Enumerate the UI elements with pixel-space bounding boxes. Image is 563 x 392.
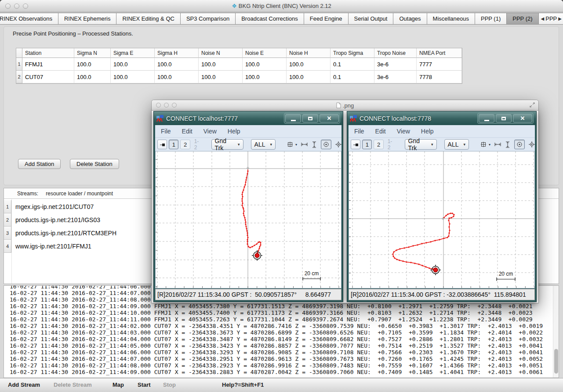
table-cell[interactable]: 100.0	[111, 71, 155, 83]
table-cell[interactable]: 0.1	[331, 71, 374, 83]
row-number[interactable]: 2	[16, 71, 22, 83]
delete-stream-button[interactable]: Delete Stream	[54, 381, 92, 388]
column-header-station[interactable]: Station	[22, 48, 74, 58]
connect-titlebar[interactable]: CONNECT localhost:7777 ✕	[154, 111, 343, 125]
log-scrollbar-thumb[interactable]	[554, 349, 558, 374]
connect-titlebar[interactable]: CONNECT localhost:7778 ✕	[347, 111, 536, 125]
stream-mountpoint[interactable]: products.igs-ip.net:2101/RTCM3EPH	[15, 227, 116, 240]
track-point-button[interactable]	[157, 140, 167, 149]
table-cell[interactable]: 100.0	[155, 58, 199, 71]
column-header-tropo-noise[interactable]: Tropo Noise	[374, 48, 417, 58]
center-tracking-button[interactable]	[321, 140, 331, 149]
maximize-button[interactable]	[496, 114, 512, 122]
map-button[interactable]: Map	[113, 381, 124, 388]
table-cell[interactable]: 7778	[417, 71, 462, 83]
fit-width-icon[interactable]	[301, 142, 308, 147]
tab-scroll-right-icon[interactable]: ▶	[558, 13, 562, 25]
tab-sp3-comparison[interactable]: SP3 Comparison	[181, 13, 236, 25]
ground-track-plot[interactable]: 20 cm	[349, 151, 535, 288]
track-type-dropdown[interactable]: Gnd Trk▾	[211, 139, 243, 150]
crosshair-icon[interactable]	[335, 141, 341, 147]
chevron-down-icon[interactable]: ▾	[295, 143, 297, 147]
table-cell[interactable]: 100.0	[287, 71, 331, 83]
tab-rinex-editing-qc[interactable]: RINEX Editing & QC	[116, 13, 181, 25]
png-minimize-button[interactable]	[164, 103, 169, 108]
stream-row-number[interactable]: 1	[4, 200, 11, 213]
plot-1-button[interactable]: 1	[362, 140, 372, 149]
fit-width-icon[interactable]	[494, 142, 501, 147]
png-viewer-window[interactable]: .png CONNECT localhost:7777 ✕	[152, 100, 538, 303]
table-cell[interactable]: 100.0	[243, 58, 287, 71]
png-close-button[interactable]	[156, 103, 161, 108]
connect-7778-window[interactable]: CONNECT localhost:7778 ✕ File Edit View …	[347, 111, 537, 302]
table-cell[interactable]: 100.0	[74, 71, 111, 83]
menu-file[interactable]: File	[354, 128, 364, 135]
column-header-sigma-h[interactable]: Sigma H	[155, 48, 199, 58]
zoom-window-button[interactable]	[23, 4, 28, 9]
tab-rinex-observations[interactable]: RINEX Observations	[0, 13, 58, 25]
row-number[interactable]: 1	[16, 58, 22, 71]
satellite-dropdown[interactable]: ALL▾	[444, 139, 469, 150]
tab-ppp-2-[interactable]: PPP (2)	[507, 13, 538, 25]
table-cell[interactable]: 100.0	[74, 58, 111, 71]
tab-broadcast-corrections[interactable]: Broadcast Corrections	[236, 13, 304, 25]
menu-help[interactable]: Help	[228, 128, 240, 135]
menu-edit[interactable]: Edit	[375, 128, 386, 135]
pan-icon[interactable]	[287, 141, 293, 147]
tab-serial-output[interactable]: Serial Output	[349, 13, 394, 25]
plot-2-button[interactable]: 2	[374, 140, 383, 149]
close-button[interactable]: ✕	[320, 114, 339, 122]
resize-icon[interactable]	[530, 102, 535, 108]
stream-mountpoint[interactable]: mgex.igs-ip.net:2101/CUT07	[15, 200, 94, 213]
png-titlebar[interactable]: .png	[152, 100, 538, 111]
delete-station-button[interactable]: Delete Station	[70, 159, 119, 169]
stream-row-number[interactable]: 4	[4, 240, 11, 253]
table-cell[interactable]: 100.0	[287, 58, 331, 71]
stream-mountpoint[interactable]: products.igs-ip.net:2101/IGS03	[15, 213, 100, 227]
track-type-dropdown[interactable]: Gnd Trk▾	[405, 139, 437, 150]
table-cell[interactable]: 3e-6	[374, 58, 417, 71]
pan-icon[interactable]	[480, 141, 487, 147]
stream-row-number[interactable]: 2	[4, 213, 11, 227]
column-header-noise-n[interactable]: Noise N	[199, 48, 243, 58]
close-button[interactable]: ✕	[513, 114, 532, 122]
start-button[interactable]: Start	[138, 381, 151, 388]
column-header-noise-e[interactable]: Noise E	[243, 48, 287, 58]
table-cell[interactable]: 100.0	[243, 71, 287, 83]
table-cell[interactable]: 100.0	[199, 71, 243, 83]
plot-2-button[interactable]: 2	[180, 140, 190, 149]
fit-height-icon[interactable]	[312, 141, 317, 148]
fit-height-icon[interactable]	[505, 141, 510, 148]
stream-mountpoint[interactable]: www.igs-ip.net:2101/FFMJ1	[15, 240, 91, 253]
column-header-sigma-n[interactable]: Sigma N	[74, 48, 111, 58]
column-header-noise-h[interactable]: Noise H	[287, 48, 331, 58]
column-header-sigma-e[interactable]: Sigma E	[111, 48, 155, 58]
table-cell[interactable]: 0.1	[331, 58, 374, 71]
menu-view[interactable]: View	[203, 128, 217, 135]
table-cell[interactable]: CUT07	[22, 71, 74, 83]
track-point-button[interactable]	[351, 140, 360, 149]
table-cell[interactable]: FFMJ1	[22, 58, 74, 71]
stream-row-number[interactable]: 3	[4, 227, 11, 240]
tab-miscellaneous[interactable]: Miscellaneous	[427, 13, 475, 25]
menu-file[interactable]: File	[161, 128, 171, 135]
menu-help[interactable]: Help	[421, 128, 434, 135]
connect-7777-window[interactable]: CONNECT localhost:7777 ✕ File Edit View …	[153, 111, 343, 302]
menu-edit[interactable]: Edit	[182, 128, 193, 135]
ground-track-plot[interactable]: 20 cm	[155, 151, 341, 288]
close-window-button[interactable]	[5, 4, 11, 9]
crosshair-icon[interactable]	[529, 141, 535, 147]
tab-rinex-ephemeris[interactable]: RINEX Ephemeris	[58, 13, 116, 25]
minimize-window-button[interactable]	[14, 4, 19, 9]
table-cell[interactable]: 100.0	[111, 58, 155, 71]
add-stream-button[interactable]: Add Stream	[8, 381, 40, 388]
minimize-button[interactable]	[285, 114, 301, 122]
stop-button[interactable]: Stop	[163, 381, 176, 388]
png-zoom-button[interactable]	[172, 103, 177, 108]
tab-clipped-fragment[interactable]: PPP	[545, 13, 557, 25]
column-header-tropo-sigma[interactable]: Tropo Sigma	[331, 48, 374, 58]
satellite-dropdown[interactable]: ALL▾	[251, 139, 276, 150]
table-cell[interactable]: 100.0	[199, 58, 243, 71]
tab-scroll-left-icon[interactable]: ◀	[541, 13, 545, 25]
table-cell[interactable]: 100.0	[155, 71, 199, 83]
